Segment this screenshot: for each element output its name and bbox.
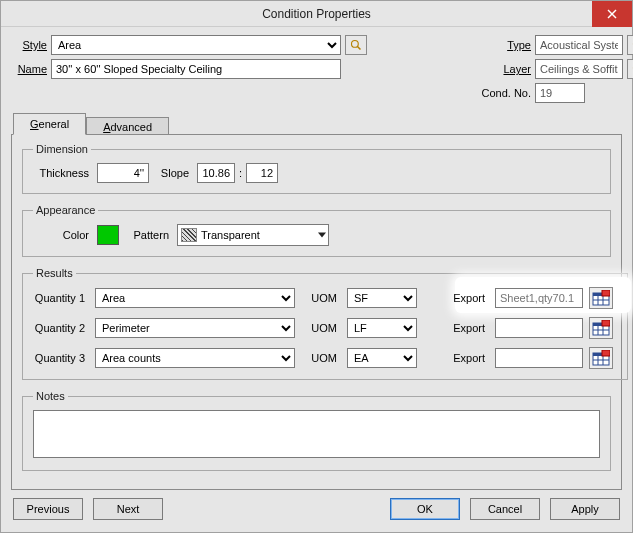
close-button[interactable] — [592, 1, 632, 27]
cancel-button[interactable]: Cancel — [470, 498, 540, 520]
export1-label: Export — [451, 292, 489, 304]
tab-body-general: Dimension Thickness Slope : Appearance C… — [11, 134, 622, 490]
svg-point-2 — [352, 41, 359, 48]
slope-label: Slope — [153, 167, 193, 179]
name-field[interactable] — [51, 59, 341, 79]
apply-button[interactable]: Apply — [550, 498, 620, 520]
thickness-field[interactable] — [97, 163, 149, 183]
dimension-group: Dimension Thickness Slope : — [22, 143, 611, 194]
grid-icon — [592, 290, 610, 306]
thickness-label: Thickness — [33, 167, 93, 179]
notes-legend: Notes — [33, 390, 68, 402]
next-button[interactable]: Next — [93, 498, 163, 520]
uom2-select[interactable]: LF — [347, 318, 417, 338]
dimension-legend: Dimension — [33, 143, 91, 155]
results-legend: Results — [33, 267, 76, 279]
uom1-select[interactable]: SF — [347, 288, 417, 308]
export3-field[interactable] — [495, 348, 583, 368]
export3-button[interactable] — [589, 347, 613, 369]
slope-b-field[interactable] — [246, 163, 278, 183]
quantity2-select[interactable]: Perimeter — [95, 318, 295, 338]
style-search-button[interactable] — [345, 35, 367, 55]
type-label: Type — [435, 39, 535, 51]
layer-field[interactable] — [535, 59, 623, 79]
name-label: Name — [11, 63, 51, 75]
condno-field[interactable] — [535, 83, 585, 103]
svg-line-3 — [358, 47, 361, 50]
quantity3-select[interactable]: Area counts — [95, 348, 295, 368]
slope-a-field[interactable] — [197, 163, 235, 183]
svg-rect-19 — [602, 320, 610, 326]
uom1-label: UOM — [301, 292, 341, 304]
color-label: Color — [33, 229, 93, 241]
appearance-group: Appearance Color Pattern Transparent — [22, 204, 611, 257]
grid-icon — [592, 350, 610, 366]
tab-general[interactable]: General — [13, 113, 86, 135]
export2-label: Export — [451, 322, 489, 334]
color-swatch[interactable] — [97, 225, 119, 245]
style-select[interactable]: Area — [51, 35, 341, 55]
export2-button[interactable] — [589, 317, 613, 339]
svg-rect-13 — [602, 290, 610, 296]
type-field[interactable] — [535, 35, 623, 55]
magnifier-icon — [350, 39, 362, 51]
pattern-label: Pattern — [123, 229, 173, 241]
notes-group: Notes — [22, 390, 611, 471]
notes-textarea[interactable] — [33, 410, 600, 458]
layer-search-button[interactable] — [627, 59, 633, 79]
export1-button[interactable] — [589, 287, 613, 309]
uom2-label: UOM — [301, 322, 341, 334]
quantity2-label: Quantity 2 — [33, 322, 89, 334]
close-icon — [607, 9, 617, 19]
layer-label: Layer — [435, 63, 535, 75]
uom3-select[interactable]: EA — [347, 348, 417, 368]
chevron-down-icon — [318, 233, 326, 238]
results-group: Results Quantity 1 Area UOM SF Export — [22, 267, 628, 380]
window-title: Condition Properties — [262, 7, 371, 21]
export3-label: Export — [451, 352, 489, 364]
previous-button[interactable]: Previous — [13, 498, 83, 520]
condno-label: Cond. No. — [435, 87, 535, 99]
export1-field[interactable] — [495, 288, 583, 308]
quantity1-label: Quantity 1 — [33, 292, 89, 304]
ok-button[interactable]: OK — [390, 498, 460, 520]
export2-field[interactable] — [495, 318, 583, 338]
slope-sep: : — [239, 167, 242, 179]
pattern-swatch-icon — [181, 228, 197, 242]
quantity3-label: Quantity 3 — [33, 352, 89, 364]
quantity1-select[interactable]: Area — [95, 288, 295, 308]
svg-rect-25 — [602, 350, 610, 356]
uom3-label: UOM — [301, 352, 341, 364]
dialog-window: Condition Properties Style Area Type Nam… — [0, 0, 633, 533]
pattern-value: Transparent — [201, 229, 260, 241]
type-search-button[interactable] — [627, 35, 633, 55]
title-bar: Condition Properties — [1, 1, 632, 27]
pattern-select[interactable]: Transparent — [177, 224, 329, 246]
appearance-legend: Appearance — [33, 204, 98, 216]
grid-icon — [592, 320, 610, 336]
style-label: Style — [11, 39, 51, 51]
